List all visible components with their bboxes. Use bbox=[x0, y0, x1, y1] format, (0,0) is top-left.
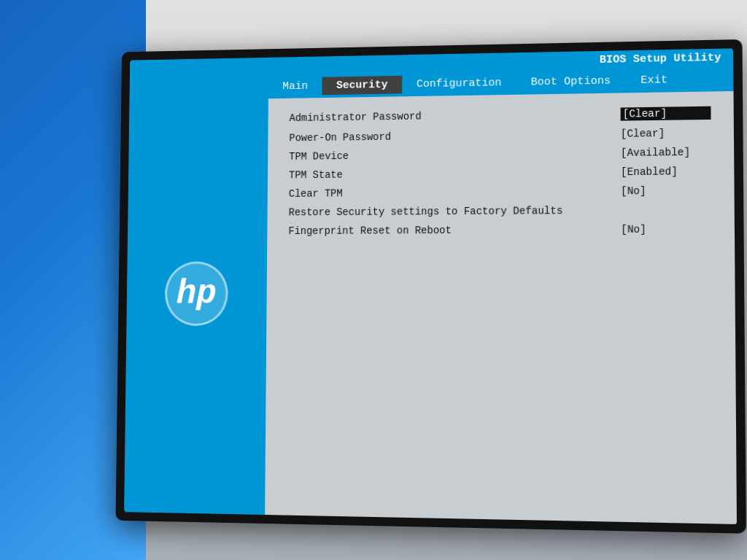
setting-row-tpm-state[interactable]: TPM State [Enabled] bbox=[289, 166, 711, 181]
bios-content-area: Main Security Configuration Boot Options bbox=[265, 67, 737, 524]
bios-title: BIOS Setup Utility bbox=[600, 52, 721, 66]
monitor: BIOS Setup Utility hp Main bbox=[115, 39, 746, 534]
nav-item-exit[interactable]: Exit bbox=[626, 71, 683, 90]
nav-item-security[interactable]: Security bbox=[322, 76, 402, 95]
setting-label-fingerprint-reset: Fingerprint Reset on Reboot bbox=[288, 225, 452, 237]
setting-label-restore-security: Restore Security settings to Factory Def… bbox=[289, 205, 563, 218]
setting-value-power-on-password[interactable]: [Clear] bbox=[621, 127, 711, 140]
hp-sidebar: hp bbox=[124, 75, 268, 515]
setting-value-admin-password[interactable]: [Clear] bbox=[621, 106, 711, 121]
setting-label-tpm-state: TPM State bbox=[289, 169, 343, 181]
setting-row-restore-security[interactable]: Restore Security settings to Factory Def… bbox=[289, 204, 712, 219]
setting-label-admin-password: Administrator Password bbox=[290, 111, 422, 124]
setting-value-fingerprint-reset[interactable]: [No] bbox=[621, 223, 711, 236]
bios-screen: BIOS Setup Utility hp Main bbox=[124, 48, 737, 524]
nav-item-main[interactable]: Main bbox=[268, 77, 322, 96]
setting-row-tpm-device[interactable]: TPM Device [Available] bbox=[289, 146, 711, 162]
setting-value-clear-tpm[interactable]: [No] bbox=[621, 184, 711, 197]
bios-settings-panel: Administrator Password [Clear] Power-On … bbox=[265, 91, 737, 524]
setting-label-power-on-password: Power-On Password bbox=[289, 131, 391, 144]
setting-label-tpm-device: TPM Device bbox=[289, 150, 349, 163]
setting-value-tpm-device[interactable]: [Available] bbox=[621, 146, 711, 159]
setting-value-tpm-state[interactable]: [Enabled] bbox=[621, 166, 711, 178]
settings-list: Administrator Password [Clear] Power-On … bbox=[287, 106, 714, 509]
nav-item-configuration[interactable]: Configuration bbox=[402, 74, 516, 93]
setting-row-fingerprint-reset[interactable]: Fingerprint Reset on Reboot [No] bbox=[288, 223, 711, 237]
setting-row-clear-tpm[interactable]: Clear TPM [No] bbox=[289, 184, 712, 200]
setting-row-admin-password[interactable]: Administrator Password [Clear] bbox=[290, 106, 711, 125]
setting-value-restore-security bbox=[621, 204, 711, 205]
nav-item-boot-options[interactable]: Boot Options bbox=[516, 71, 626, 92]
setting-label-clear-tpm: Clear TPM bbox=[289, 187, 343, 199]
setting-row-power-on-password[interactable]: Power-On Password [Clear] bbox=[289, 127, 711, 144]
hp-logo: hp bbox=[165, 261, 228, 325]
